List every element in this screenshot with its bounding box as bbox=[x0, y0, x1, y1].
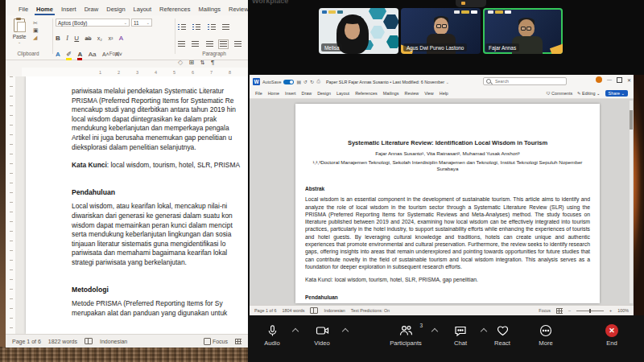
copy-icon[interactable]: ▣ bbox=[33, 27, 38, 34]
scrollbar-thumb[interactable] bbox=[630, 110, 633, 130]
close-icon[interactable]: ✕ bbox=[627, 77, 631, 83]
word-count[interactable]: 1822 words bbox=[48, 339, 77, 344]
end-button[interactable]: ✕ End bbox=[588, 324, 636, 347]
doc-line: Artikel ini juga berusaha menemukan gap … bbox=[72, 134, 248, 143]
react-button[interactable]: React bbox=[478, 324, 526, 347]
zoom-in-button[interactable]: + bbox=[609, 308, 612, 313]
scrollbar[interactable] bbox=[630, 101, 633, 303]
shared-tab-draw[interactable]: Draw bbox=[302, 91, 312, 96]
search-input[interactable] bbox=[493, 78, 561, 84]
tab-review[interactable]: Review bbox=[229, 6, 248, 13]
bullets-button[interactable] bbox=[178, 24, 186, 31]
participant-name-agus: Agus Dwi Purwo Lastono bbox=[403, 43, 467, 51]
shared-focus-toggle[interactable]: Focus bbox=[539, 308, 551, 313]
intro-heading: Pendahuluan bbox=[72, 188, 248, 198]
borders-button[interactable]: ⊞ bbox=[189, 59, 195, 66]
shared-tab-review[interactable]: Review bbox=[404, 91, 419, 96]
focus-toggle[interactable]: Focus bbox=[204, 338, 228, 345]
bold-button[interactable]: B bbox=[56, 35, 60, 42]
zoom-out-button[interactable]: – bbox=[568, 308, 571, 313]
shared-tab-insert[interactable]: Insert bbox=[285, 91, 295, 96]
text-predictions-status[interactable]: Text Predictions: On bbox=[351, 308, 390, 313]
tab-insert[interactable]: Insert bbox=[61, 6, 76, 13]
share-button[interactable]: Share ⌄ bbox=[605, 90, 628, 97]
undo-icon[interactable]: ↺ bbox=[303, 79, 308, 84]
meeting-controls-pill[interactable] bbox=[456, 0, 486, 7]
participant-tile-fajar[interactable]: Fajar Annas bbox=[483, 8, 563, 54]
underline-button[interactable]: U bbox=[74, 35, 79, 42]
shared-document-page[interactable]: Systematic Literature Review: Identifica… bbox=[295, 104, 600, 303]
italic-button[interactable]: I bbox=[66, 35, 68, 42]
editing-mode-button[interactable]: ✎ Editing ⌄ bbox=[577, 91, 601, 96]
proofing-icon[interactable] bbox=[85, 338, 93, 344]
subscript-button[interactable]: x₂ bbox=[97, 35, 102, 41]
print-icon[interactable]: ⎙ bbox=[316, 79, 320, 84]
more-button[interactable]: More bbox=[522, 324, 570, 347]
numbering-button[interactable] bbox=[192, 24, 200, 31]
pilcrow-button[interactable]: ¶ bbox=[211, 59, 214, 66]
tab-design[interactable]: Design bbox=[106, 6, 125, 13]
recording-icon bbox=[461, 2, 465, 5]
chat-button[interactable]: Chat bbox=[436, 324, 485, 347]
redo-icon[interactable]: ↻ bbox=[310, 79, 314, 84]
shared-tab-help[interactable]: Help bbox=[440, 91, 448, 96]
proofing-icon[interactable] bbox=[310, 307, 318, 314]
shared-tab-view[interactable]: View bbox=[424, 91, 434, 96]
shading-button[interactable]: ◇ bbox=[178, 59, 183, 66]
participants-button[interactable]: 3 Participants bbox=[378, 324, 434, 347]
shared-tab-file[interactable]: File bbox=[255, 91, 262, 96]
tab-layout[interactable]: Layout bbox=[134, 6, 152, 13]
shared-tab-mailings[interactable]: Mailings bbox=[383, 91, 399, 96]
document-page[interactable]: pariwisata melalui pendekatan Systematic… bbox=[26, 76, 248, 334]
superscript-button[interactable]: x² bbox=[109, 35, 114, 41]
multilevel-list-button[interactable] bbox=[208, 24, 216, 31]
align-right-button[interactable] bbox=[206, 41, 213, 47]
account-avatar[interactable] bbox=[596, 76, 602, 83]
video-button[interactable]: Video bbox=[298, 324, 346, 347]
cut-icon[interactable]: ✂ bbox=[33, 19, 38, 27]
justify-button[interactable] bbox=[220, 41, 227, 47]
text-effects-button[interactable]: A bbox=[119, 35, 123, 42]
shared-language-status[interactable]: Indonesian bbox=[324, 308, 345, 313]
participant-tile-agus[interactable]: Agus Dwi Purwo Lastono bbox=[401, 8, 481, 54]
shared-view-icons[interactable] bbox=[556, 308, 563, 314]
paste-button[interactable]: Paste ⌄ bbox=[9, 18, 30, 50]
language-status[interactable]: Indonesian bbox=[100, 339, 127, 344]
sort-button[interactable]: ⇅ bbox=[200, 60, 205, 66]
tab-file[interactable]: File bbox=[19, 6, 28, 13]
tile-logos bbox=[454, 10, 477, 14]
font-size-select[interactable]: 11 ⌄ bbox=[131, 19, 152, 27]
save-icon[interactable]: ▤ bbox=[296, 79, 301, 84]
decrease-indent-button[interactable] bbox=[222, 24, 229, 31]
keywords-label: Kata Kunci bbox=[72, 161, 107, 169]
align-left-button[interactable] bbox=[178, 41, 185, 47]
audio-button[interactable]: Audio bbox=[248, 324, 296, 347]
shared-tab-design[interactable]: Design bbox=[317, 91, 331, 96]
minimize-icon[interactable]: — bbox=[607, 77, 612, 82]
autosave-toggle[interactable] bbox=[283, 80, 294, 84]
shared-tab-references[interactable]: References bbox=[355, 91, 378, 96]
zoom-level[interactable]: 100% bbox=[617, 308, 629, 313]
restore-icon[interactable] bbox=[617, 77, 622, 83]
shared-doc-title[interactable]: Paper SLR Fajar Annas Susanto • Last Mod… bbox=[326, 80, 449, 84]
shared-tab-layout[interactable]: Layout bbox=[336, 91, 349, 96]
tab-draw[interactable]: Draw bbox=[85, 6, 99, 13]
font-name-select[interactable]: Aptos (Body) ⌄ bbox=[56, 19, 130, 27]
line-spacing-button[interactable] bbox=[234, 41, 242, 47]
shared-word-count[interactable]: 1804 words bbox=[283, 308, 305, 313]
search-box[interactable] bbox=[483, 77, 567, 85]
tab-mailings[interactable]: Mailings bbox=[198, 6, 221, 13]
zoom-slider[interactable] bbox=[576, 311, 604, 311]
chevron-up-icon[interactable] bbox=[342, 328, 349, 335]
strikethrough-button[interactable]: ab bbox=[85, 35, 92, 41]
shared-tab-home[interactable]: Home bbox=[268, 91, 279, 96]
tab-references[interactable]: References bbox=[159, 6, 190, 13]
view-mode-icon[interactable] bbox=[235, 339, 242, 344]
format-painter-icon[interactable]: ◢ bbox=[33, 34, 38, 41]
participant-tile-melisa[interactable]: Melisa bbox=[319, 8, 398, 54]
comments-button[interactable]: 🗨 Comments bbox=[546, 91, 572, 96]
tab-home[interactable]: Home bbox=[36, 6, 53, 13]
shared-page-count[interactable]: Page 1 of 6 bbox=[254, 308, 277, 313]
align-center-button[interactable] bbox=[192, 41, 199, 47]
page-count[interactable]: Page 1 of 6 bbox=[12, 339, 41, 344]
